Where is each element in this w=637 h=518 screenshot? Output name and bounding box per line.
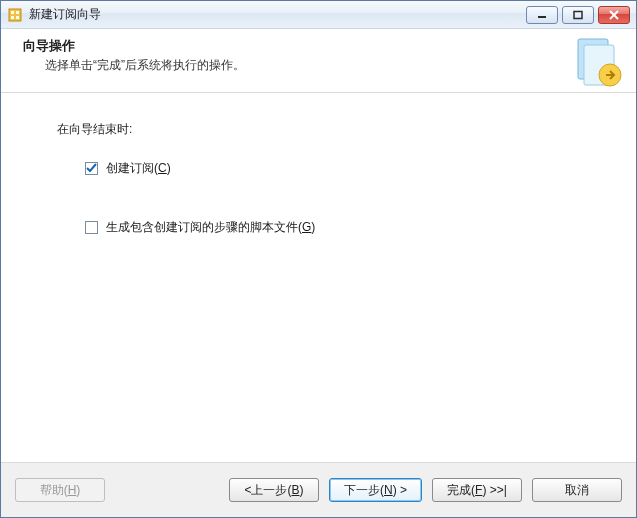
next-button[interactable]: 下一步(N) > <box>329 478 422 502</box>
wizard-header: 向导操作 选择单击“完成”后系统将执行的操作。 <box>1 29 636 93</box>
svg-rect-6 <box>574 11 582 18</box>
option-generate-script[interactable]: 生成包含创建订阅的步骤的脚本文件(G) <box>85 219 602 236</box>
finish-label: 在向导结束时: <box>57 121 602 138</box>
checkbox-create[interactable] <box>85 162 98 175</box>
app-icon <box>7 7 23 23</box>
back-button[interactable]: < 上一步(B) <box>229 478 319 502</box>
window-title: 新建订阅向导 <box>29 6 520 23</box>
title-bar: 新建订阅向导 <box>1 1 636 29</box>
window-controls <box>526 6 630 24</box>
svg-rect-0 <box>9 9 21 21</box>
svg-rect-3 <box>11 16 14 19</box>
wizard-footer: 帮助(H) < 上一步(B) 下一步(N) > 完成(F) >>| 取消 <box>1 462 636 517</box>
svg-rect-1 <box>11 11 14 14</box>
checkbox-script[interactable] <box>85 221 98 234</box>
option-create-label: 创建订阅(C) <box>106 160 171 177</box>
wizard-graphic-icon <box>570 35 626 87</box>
svg-rect-4 <box>16 16 19 19</box>
help-button[interactable]: 帮助(H) <box>15 478 105 502</box>
cancel-button[interactable]: 取消 <box>532 478 622 502</box>
finish-button[interactable]: 完成(F) >>| <box>432 478 522 502</box>
svg-rect-2 <box>16 11 19 14</box>
close-button[interactable] <box>598 6 630 24</box>
option-script-label: 生成包含创建订阅的步骤的脚本文件(G) <box>106 219 315 236</box>
maximize-button[interactable] <box>562 6 594 24</box>
option-create-subscription[interactable]: 创建订阅(C) <box>85 160 602 177</box>
minimize-button[interactable] <box>526 6 558 24</box>
header-subtitle: 选择单击“完成”后系统将执行的操作。 <box>23 57 622 74</box>
wizard-window: 新建订阅向导 向导操作 选择单击“完成”后系统将执行的操作。 <box>0 0 637 518</box>
wizard-body: 在向导结束时: 创建订阅(C) 生成包含创建订阅的步骤的脚本文件(G) <box>1 93 636 462</box>
header-title: 向导操作 <box>23 37 622 55</box>
